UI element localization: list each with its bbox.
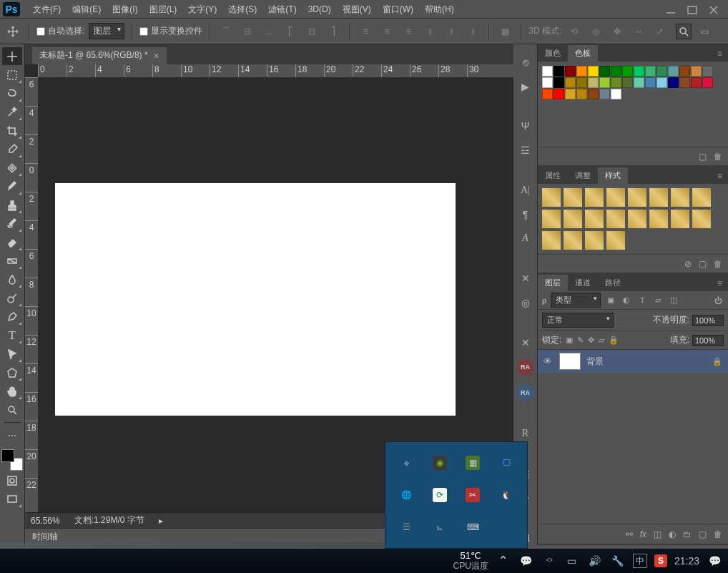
swatch[interactable] xyxy=(702,77,713,88)
style-swatch[interactable] xyxy=(628,188,646,207)
swatch[interactable] xyxy=(565,89,576,99)
screen-mode-toggle[interactable] xyxy=(2,490,22,508)
style-swatch[interactable] xyxy=(606,210,625,228)
styles-tab[interactable]: 样式 xyxy=(598,167,628,184)
fill-input[interactable]: 100% xyxy=(692,335,724,346)
utensils-icon[interactable]: ✕ xyxy=(518,335,533,351)
3d-pan-icon[interactable]: ✥ xyxy=(609,23,626,40)
quick-mask-toggle[interactable] xyxy=(2,471,22,489)
timeline-label[interactable]: 时间轴 xyxy=(32,531,58,543)
3d-roll-icon[interactable]: ◎ xyxy=(587,23,604,40)
style-swatch[interactable] xyxy=(564,210,582,228)
style-swatch[interactable] xyxy=(628,210,646,228)
distribute-left-icon[interactable]: ⦀ xyxy=(421,23,438,40)
swatch[interactable] xyxy=(542,77,553,88)
doc-info[interactable]: 文档:1.29M/0 字节 xyxy=(74,514,144,527)
filter-adjustment-icon[interactable]: ◐ xyxy=(621,295,632,306)
style-swatch[interactable] xyxy=(542,210,561,228)
align-right-icon[interactable]: ⎤ xyxy=(325,23,342,40)
edit-toolbar[interactable]: ⋯ xyxy=(2,426,22,444)
3d-scale-icon[interactable]: ⤢ xyxy=(651,23,669,40)
align-top-icon[interactable]: ⎴ xyxy=(217,23,235,40)
type-tool[interactable]: T xyxy=(2,326,22,344)
filter-type-icon[interactable]: T xyxy=(636,295,648,306)
style-swatch[interactable] xyxy=(671,210,689,228)
swatch[interactable] xyxy=(542,66,553,77)
styles-menu-icon[interactable]: ≡ xyxy=(712,168,728,184)
doc-info-chevron-icon[interactable]: ▸ xyxy=(159,516,163,526)
layer-effects-icon[interactable]: fx xyxy=(640,529,646,539)
align-vcenter-icon[interactable]: ⊟ xyxy=(239,23,256,40)
no-style-icon[interactable]: ⊘ xyxy=(684,259,692,269)
swatch[interactable] xyxy=(611,89,621,99)
distribute-bottom-icon[interactable]: ≡ xyxy=(400,23,417,40)
link-layers-icon[interactable]: ⚯ xyxy=(626,529,633,539)
distribute-right-icon[interactable]: ⦀ xyxy=(464,23,481,40)
scissors-icon[interactable]: ✂ xyxy=(466,488,480,502)
pen-tool[interactable] xyxy=(2,308,22,325)
ra-badge-2[interactable]: RA xyxy=(517,384,534,401)
properties-tab[interactable]: 属性 xyxy=(538,167,568,184)
style-swatch[interactable] xyxy=(692,210,711,228)
swatch[interactable] xyxy=(691,66,702,77)
style-swatch[interactable] xyxy=(671,188,689,207)
nvidia-icon[interactable]: ◉ xyxy=(433,456,447,470)
dodge-tool[interactable] xyxy=(2,289,22,307)
menu-编辑E[interactable]: 编辑(E) xyxy=(67,0,107,19)
style-swatch[interactable] xyxy=(585,231,604,250)
menu-帮助H[interactable]: 帮助(H) xyxy=(419,0,460,19)
layer-thumbnail[interactable] xyxy=(559,353,581,370)
brushes-panel-icon[interactable]: Ψ xyxy=(518,119,533,134)
eyedropper-tool[interactable] xyxy=(2,140,22,158)
move-tool[interactable] xyxy=(2,47,22,65)
delete-layer-icon[interactable]: 🗑 xyxy=(714,529,722,539)
lock-artboard-icon[interactable]: ▱ xyxy=(599,336,604,345)
adjustments-tab[interactable]: 调整 xyxy=(568,167,598,184)
swatch[interactable] xyxy=(565,77,576,88)
style-swatch[interactable] xyxy=(606,231,625,250)
swatch[interactable] xyxy=(656,77,667,88)
delete-swatch-icon[interactable]: 🗑 xyxy=(714,152,722,162)
bluetooth-icon[interactable]: ⟐ xyxy=(399,456,413,470)
swatch[interactable] xyxy=(645,77,656,88)
filter-shape-icon[interactable]: ▱ xyxy=(652,295,664,306)
filter-pixel-icon[interactable]: ▣ xyxy=(605,295,616,306)
layers-menu-icon[interactable]: ≡ xyxy=(712,275,728,291)
menu-图像I[interactable]: 图像(I) xyxy=(107,0,143,19)
paragraph-panel-icon[interactable]: ¶ xyxy=(518,207,533,222)
ra-badge-1[interactable]: RA xyxy=(517,359,534,376)
opacity-input[interactable]: 100% xyxy=(692,315,724,326)
blend-mode-select[interactable]: 正常 xyxy=(542,313,614,328)
auto-select-target[interactable]: 图层 xyxy=(89,23,124,39)
magic-wand-tool[interactable] xyxy=(2,103,22,121)
style-swatch[interactable] xyxy=(585,188,604,207)
channels-tab[interactable]: 通道 xyxy=(568,275,598,291)
paths-tab[interactable]: 路径 xyxy=(598,275,628,291)
style-swatch[interactable] xyxy=(564,188,582,207)
info-panel-icon[interactable]: ✕ xyxy=(518,270,533,286)
swatch[interactable] xyxy=(565,66,576,77)
layer-group-icon[interactable]: 🗀 xyxy=(683,529,692,539)
menu-文件F[interactable]: 文件(F) xyxy=(27,0,67,19)
character-panel-icon[interactable]: A| xyxy=(518,182,533,198)
lock-transparency-icon[interactable]: ▣ xyxy=(566,336,573,345)
swatch[interactable] xyxy=(645,66,656,77)
menu-滤镜T[interactable]: 滤镜(T) xyxy=(262,0,302,19)
style-swatch[interactable] xyxy=(649,188,668,207)
layer-mask-icon[interactable]: ◫ xyxy=(654,529,661,539)
search-icon[interactable] xyxy=(676,24,692,39)
notifications-icon[interactable]: 💬 xyxy=(707,553,722,569)
align-left-icon[interactable]: ⎡ xyxy=(282,23,299,40)
battery-icon[interactable]: ▭ xyxy=(564,553,580,569)
color-tab[interactable]: 颜色 xyxy=(538,45,568,62)
swatch[interactable] xyxy=(622,66,633,77)
layer-name[interactable]: 背景 xyxy=(586,356,604,368)
swatch[interactable] xyxy=(679,77,690,88)
lock-position-icon[interactable]: ✥ xyxy=(588,336,594,345)
filter-smart-icon[interactable]: ◫ xyxy=(668,295,679,306)
swatch[interactable] xyxy=(622,77,633,88)
align-hcenter-icon[interactable]: ⊡ xyxy=(303,23,320,40)
color-picker[interactable] xyxy=(1,449,23,471)
minimize-button[interactable] xyxy=(665,4,677,14)
zoom-readout[interactable]: 65.56% xyxy=(31,516,60,526)
